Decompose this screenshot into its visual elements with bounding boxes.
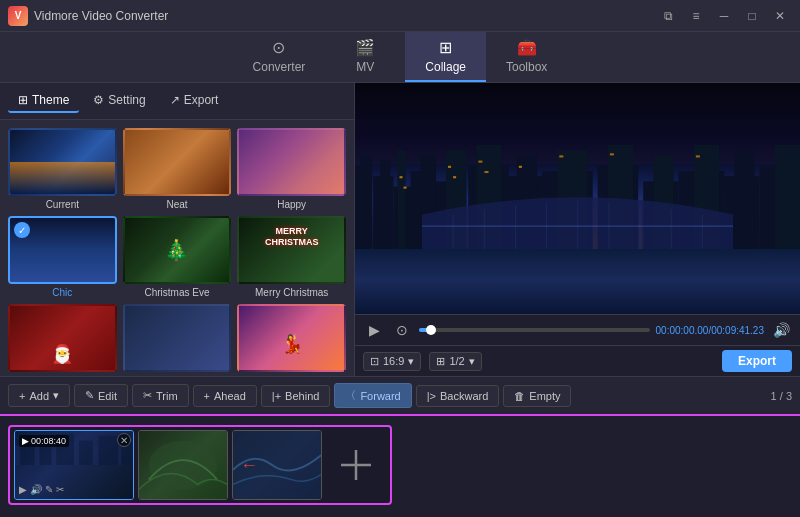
theme-item-snowy-night[interactable]: Snowy Night	[123, 304, 232, 376]
theme-item-chic[interactable]: ✓ Chic	[8, 216, 117, 298]
theme-thumb-happy	[237, 128, 346, 196]
theme-item-stripes-waves[interactable]: 💃 Stripes & Waves	[237, 304, 346, 376]
close-button[interactable]: ✕	[768, 7, 792, 25]
panel-tab-setting[interactable]: ⚙ Setting	[83, 89, 155, 113]
converter-icon: ⊙	[272, 38, 285, 57]
svg-rect-34	[610, 154, 614, 156]
split-selector[interactable]: ⊞ 1/2 ▾	[429, 352, 481, 371]
collage-icon: ⊞	[439, 38, 452, 57]
split-chevron: ▾	[469, 355, 475, 368]
clip-item-2[interactable]	[138, 430, 228, 500]
aspect-ratio-chevron: ▾	[408, 355, 414, 368]
theme-grid-icon: ⊞	[18, 93, 28, 107]
theme-item-santa-claus[interactable]: 🎅 Santa Claus	[8, 304, 117, 376]
stop-button[interactable]: ⊙	[391, 319, 413, 341]
ahead-button[interactable]: + Ahead	[193, 385, 257, 407]
tab-collage[interactable]: ⊞ Collage	[405, 32, 486, 82]
theme-label-neat: Neat	[166, 199, 187, 210]
tab-toolbox[interactable]: 🧰 Toolbox	[486, 32, 567, 82]
theme-thumb-stripes: 💃	[237, 304, 346, 372]
panel-tab-export[interactable]: ↗ Export	[160, 89, 229, 113]
backward-button[interactable]: |> Backward	[416, 385, 500, 407]
menu-button[interactable]: ≡	[684, 7, 708, 25]
panel-tabs: ⊞ Theme ⚙ Setting ↗ Export	[0, 83, 354, 120]
clip-item-1[interactable]: ▶ 00:08:40 ✕ ▶ 🔊 ✎ ✂	[14, 430, 134, 500]
video-bottom-bar: ⊡ 16:9 ▾ ⊞ 1/2 ▾ Export	[355, 345, 800, 376]
trim-icon: ✂	[143, 389, 152, 402]
aspect-ratio-icon: ⊡	[370, 355, 379, 368]
behind-button[interactable]: |+ Behind	[261, 385, 331, 407]
clip-action-play-icon[interactable]: ▶	[19, 484, 27, 495]
left-panel: ⊞ Theme ⚙ Setting ↗ Export Curren	[0, 83, 355, 376]
theme-item-merry-christmas[interactable]: MERRYCHRISTMAS Merry Christmas	[237, 216, 346, 298]
export-arrow-icon: ↗	[170, 93, 180, 107]
theme-label-stripes-waves: Stripes & Waves	[255, 375, 329, 376]
trash-icon: 🗑	[514, 390, 525, 402]
add-button[interactable]: + Add ▾	[8, 384, 70, 407]
minimize-button[interactable]: ─	[712, 7, 736, 25]
clip-play-icon: ▶	[22, 436, 29, 446]
clip-action-edit-icon[interactable]: ✎	[45, 484, 53, 495]
theme-thumb-merry-christmas: MERRYCHRISTMAS	[237, 216, 346, 284]
title-bar-controls: ⧉ ≡ ─ □ ✕	[656, 7, 792, 25]
panel-tab-theme[interactable]: ⊞ Theme	[8, 89, 79, 113]
theme-thumb-christmas-eve: 🎄	[123, 216, 232, 284]
toolbar-left: + Add ▾ ✎ Edit ✂ Trim + Ahead |+ Behind …	[8, 383, 571, 408]
clip-duration-1: ▶ 00:08:40	[19, 435, 69, 447]
add-clip-plus-icon	[336, 445, 376, 485]
forward-button[interactable]: 〈 Forward	[334, 383, 411, 408]
timeline-inner: ▶ 00:08:40 ✕ ▶ 🔊 ✎ ✂	[8, 425, 392, 505]
play-button[interactable]: ▶	[363, 319, 385, 341]
theme-label-chic: Chic	[52, 287, 72, 298]
add-chevron: ▾	[53, 389, 59, 402]
clip-action-audio-icon[interactable]: 🔊	[30, 484, 42, 495]
svg-rect-31	[484, 171, 488, 173]
add-icon: +	[19, 390, 25, 402]
svg-rect-28	[448, 166, 451, 168]
svg-rect-5	[397, 151, 405, 250]
clip-close-1[interactable]: ✕	[117, 433, 131, 447]
svg-rect-50	[79, 441, 93, 465]
tab-converter[interactable]: ⊙ Converter	[233, 32, 326, 82]
timeline-arrow: ←	[240, 455, 258, 476]
svg-rect-25	[775, 145, 800, 249]
mv-icon: 🎬	[355, 38, 375, 57]
timeline: ▶ 00:08:40 ✕ ▶ 🔊 ✎ ✂	[0, 414, 800, 514]
aspect-ratio-selector[interactable]: ⊡ 16:9 ▾	[363, 352, 421, 371]
theme-thumb-santa: 🎅	[8, 304, 117, 372]
restore-button[interactable]: ⧉	[656, 7, 680, 25]
nav-tabs: ⊙ Converter 🎬 MV ⊞ Collage 🧰 Toolbox	[0, 32, 800, 83]
maximize-button[interactable]: □	[740, 7, 764, 25]
title-bar-left: V Vidmore Video Converter	[8, 6, 168, 26]
clip-actions-1: ▶ 🔊 ✎ ✂	[19, 484, 64, 495]
svg-rect-3	[380, 161, 390, 249]
video-background	[355, 83, 800, 314]
video-preview	[355, 83, 800, 314]
theme-item-christmas-eve[interactable]: 🎄 Christmas Eve	[123, 216, 232, 298]
volume-button[interactable]: 🔊	[770, 319, 792, 341]
theme-item-neat[interactable]: Neat	[123, 128, 232, 210]
progress-bar[interactable]	[419, 328, 650, 332]
app-title: Vidmore Video Converter	[34, 9, 168, 23]
svg-rect-27	[404, 187, 407, 189]
theme-item-happy[interactable]: Happy	[237, 128, 346, 210]
theme-label-happy: Happy	[277, 199, 306, 210]
video-controls: ▶ ⊙ 00:00:00.00/00:09:41.23 🔊	[355, 314, 800, 345]
edit-button[interactable]: ✎ Edit	[74, 384, 128, 407]
svg-rect-23	[734, 151, 754, 250]
main-content: ⊞ Theme ⚙ Setting ↗ Export Curren	[0, 83, 800, 376]
empty-button[interactable]: 🗑 Empty	[503, 385, 571, 407]
tab-mv[interactable]: 🎬 MV	[325, 32, 405, 82]
forward-icon: 〈	[345, 388, 356, 403]
export-button[interactable]: Export	[722, 350, 792, 372]
clip-action-cut-icon[interactable]: ✂	[56, 484, 64, 495]
trim-button[interactable]: ✂ Trim	[132, 384, 189, 407]
theme-item-current[interactable]: Current	[8, 128, 117, 210]
edit-icon: ✎	[85, 389, 94, 402]
split-icon: ⊞	[436, 355, 445, 368]
selected-checkmark: ✓	[14, 222, 30, 238]
app-logo: V	[8, 6, 28, 26]
add-clip-indicator[interactable]	[326, 445, 386, 485]
backward-icon: |>	[427, 390, 436, 402]
toolbar: + Add ▾ ✎ Edit ✂ Trim + Ahead |+ Behind …	[0, 376, 800, 414]
